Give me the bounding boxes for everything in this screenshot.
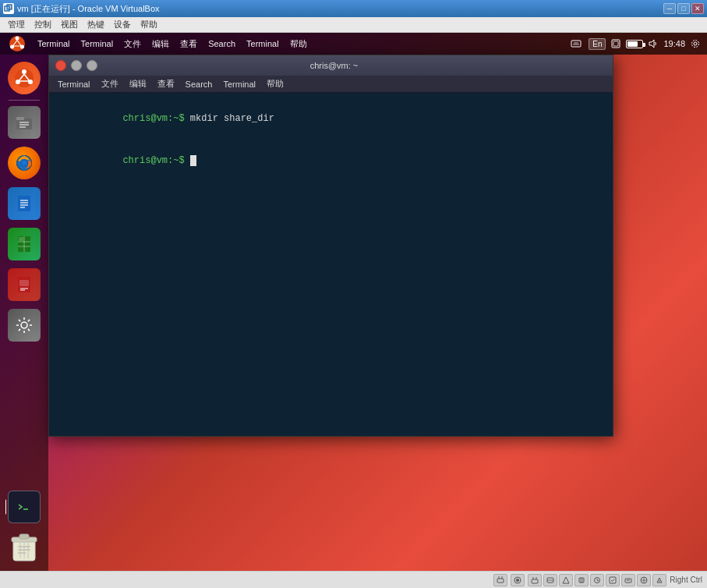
status-icon-group <box>528 574 666 586</box>
dock-files-manager[interactable] <box>5 104 43 141</box>
minimize-button[interactable]: ─ <box>663 3 676 14</box>
ubuntu-topbar-left: Terminal Terminal 文件 编辑 查看 Search Termin… <box>6 33 312 55</box>
terminal-title: chris@vm: ~ <box>310 61 359 70</box>
svg-point-12 <box>694 42 697 45</box>
status-icon-5[interactable] <box>590 574 604 586</box>
svg-rect-38 <box>19 280 29 286</box>
dock-libreoffice-impress[interactable] <box>5 266 43 303</box>
svg-rect-64 <box>579 578 584 583</box>
vbox-content: Terminal Terminal 文件 编辑 查看 Search Termin… <box>0 33 707 571</box>
ubuntu-menu-edit[interactable]: 编辑 <box>147 37 174 51</box>
svg-line-69 <box>597 580 599 581</box>
dock-terminal[interactable] <box>5 488 43 526</box>
svg-rect-42 <box>16 500 33 514</box>
language-indicator[interactable]: En <box>589 38 606 50</box>
close-button[interactable]: ✕ <box>691 3 704 14</box>
dock-firefox[interactable] <box>5 144 43 182</box>
dock-libreoffice-calc[interactable] <box>5 225 43 263</box>
svg-rect-46 <box>19 534 29 539</box>
ubuntu-topbar: Terminal Terminal 文件 编辑 查看 Search Termin… <box>0 33 707 55</box>
vbox-menu-view[interactable]: 视图 <box>56 17 83 32</box>
svg-point-41 <box>21 322 27 328</box>
svg-rect-19 <box>16 117 24 120</box>
ubuntu-menu-terminal-label[interactable]: Terminal <box>33 37 75 50</box>
ubuntu-menu-help[interactable]: 帮助 <box>285 37 312 51</box>
svg-rect-1 <box>7 5 12 9</box>
svg-rect-70 <box>610 577 616 583</box>
svg-point-26 <box>22 161 27 165</box>
terminal-prompt-1: chris@vm:~$ <box>122 113 189 124</box>
ubuntu-menu-terminal2[interactable]: Terminal <box>242 37 284 50</box>
title-bar: vm [正在运行] - Oracle VM VirtualBox ─ □ ✕ <box>0 0 707 17</box>
terminal-prompt-2: chris@vm:~$ <box>122 155 189 166</box>
terminal-titlebar-left <box>55 60 97 71</box>
svg-point-57 <box>516 579 519 582</box>
term-menu-edit[interactable]: 编辑 <box>124 76 152 91</box>
terminal-window: chris@vm: ~ Terminal 文件 编辑 查看 Search Ter… <box>48 55 613 437</box>
vbox-statusbar: Right Ctrl <box>0 571 707 588</box>
dock-trash[interactable] <box>5 529 43 566</box>
terminal-line-2: chris@vm:~$ <box>55 140 606 182</box>
term-menu-terminal2[interactable]: Terminal <box>217 78 261 90</box>
ubuntu-menu-search[interactable]: Search <box>203 37 240 50</box>
svg-point-3 <box>16 37 19 41</box>
dock-separator-1 <box>9 100 40 101</box>
virtualbox-icon <box>3 3 14 14</box>
svg-rect-10 <box>613 41 618 46</box>
terminal-body[interactable]: chris@vm:~$ mkdir share_dir chris@vm:~$ <box>49 93 613 436</box>
status-icon-8[interactable] <box>637 574 651 586</box>
status-icon-3[interactable] <box>559 574 573 586</box>
status-icon-6[interactable] <box>606 574 620 586</box>
ubuntu-logo-topbar <box>6 33 28 55</box>
svg-rect-58 <box>532 579 538 583</box>
vbox-menu-control[interactable]: 控制 <box>30 17 56 32</box>
ubuntu-menu-view[interactable]: 查看 <box>175 37 202 51</box>
network-icon <box>610 38 621 49</box>
status-icon-1[interactable] <box>493 574 507 586</box>
status-icon-2[interactable] <box>511 574 525 586</box>
virtualbox-window: vm [正在运行] - Oracle VM VirtualBox ─ □ ✕ 管… <box>0 0 707 588</box>
clock: 19:48 <box>663 39 685 48</box>
terminal-maximize-button[interactable] <box>87 60 97 71</box>
vbox-menu-hotkey[interactable]: 热键 <box>83 17 109 32</box>
svg-rect-36 <box>19 237 23 241</box>
vbox-menu-help[interactable]: 帮助 <box>136 17 162 32</box>
terminal-menubar: Terminal 文件 编辑 查看 Search Terminal 帮助 <box>49 76 613 93</box>
dock-system-settings[interactable] <box>5 306 43 344</box>
ubuntu-topbar-right: En <box>568 37 701 50</box>
svg-point-13 <box>692 41 699 48</box>
svg-rect-53 <box>497 579 504 583</box>
battery-icon <box>626 40 643 48</box>
ubuntu-desktop: Terminal Terminal 文件 编辑 查看 Search Termin… <box>0 33 707 571</box>
svg-point-15 <box>22 69 27 74</box>
status-icon-network2[interactable] <box>543 574 557 586</box>
term-menu-terminal[interactable]: Terminal <box>52 78 96 90</box>
status-icons: Right Ctrl <box>493 574 702 586</box>
term-menu-file[interactable]: 文件 <box>96 76 124 91</box>
keyboard-sort-icon <box>568 37 584 50</box>
ubuntu-menu-terminal[interactable]: Terminal <box>76 37 118 50</box>
right-ctrl-label: Right Ctrl <box>670 576 702 584</box>
term-menu-view[interactable]: 查看 <box>152 76 180 91</box>
term-menu-search[interactable]: Search <box>180 78 218 90</box>
status-icon-7[interactable] <box>621 574 635 586</box>
status-icon-network1[interactable] <box>528 574 542 586</box>
vbox-menubar: 管理 控制 视图 热键 设备 帮助 <box>0 17 707 33</box>
dock-ubuntu-logo[interactable] <box>5 59 43 97</box>
status-icon-4[interactable] <box>574 574 589 586</box>
terminal-cursor <box>190 155 196 166</box>
title-bar-left: vm [正在运行] - Oracle VM VirtualBox <box>3 3 160 15</box>
terminal-close-button[interactable] <box>55 60 66 71</box>
terminal-minimize-button[interactable] <box>71 60 82 71</box>
term-menu-help[interactable]: 帮助 <box>261 76 289 91</box>
maximize-button[interactable]: □ <box>677 3 690 14</box>
vbox-menu-devices[interactable]: 设备 <box>109 17 136 32</box>
dock-libreoffice-writer[interactable] <box>5 185 43 222</box>
vbox-menu-manage[interactable]: 管理 <box>3 17 30 32</box>
ubuntu-menu-file[interactable]: 文件 <box>119 37 146 51</box>
svg-rect-18 <box>16 119 32 129</box>
svg-marker-63 <box>563 577 569 583</box>
gear-icon[interactable] <box>690 38 701 49</box>
ubuntu-dock <box>0 55 48 571</box>
status-icon-9[interactable] <box>652 574 666 586</box>
